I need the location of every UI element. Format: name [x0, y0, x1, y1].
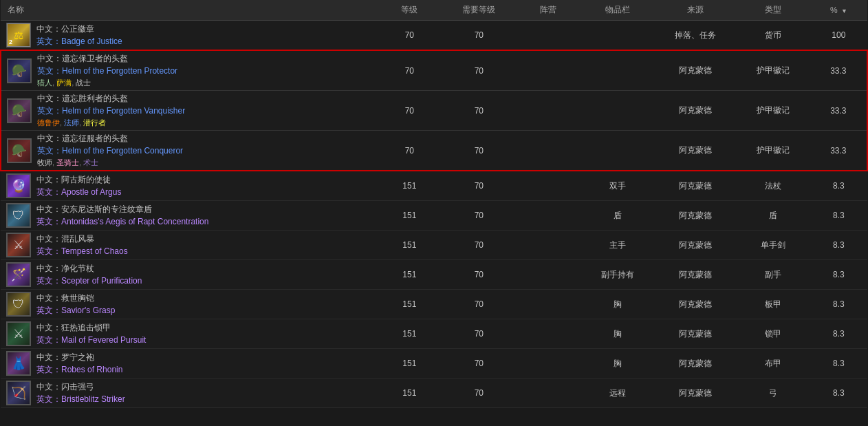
item-icon: 🪖 — [7, 138, 32, 163]
item-req-level: 70 — [442, 21, 516, 51]
item-faction — [516, 231, 581, 260]
item-pct: 8.3 — [810, 319, 867, 349]
table-row[interactable]: 🏹 中文：闪击强弓 英文：Bristleblitz Striker 151 70… — [1, 379, 867, 408]
table-row[interactable]: 🪖 中文：遗忘胜利者的头盔 英文：Helm of the Forgotten V… — [1, 91, 867, 131]
item-faction — [516, 131, 581, 171]
col-source[interactable]: 来源 — [655, 0, 737, 21]
col-level-label: 等级 — [401, 5, 417, 14]
item-type: 副手 — [737, 260, 810, 290]
item-icon: ⚔ — [6, 233, 31, 257]
item-source: 阿克蒙德 — [655, 290, 737, 319]
item-faction — [516, 91, 581, 131]
col-req-level-label: 需要等级 — [462, 5, 495, 14]
item-en: 英文：Savior's Grasp — [36, 305, 115, 317]
item-source: 阿克蒙德 — [655, 131, 737, 171]
item-source: 阿克蒙德 — [655, 379, 737, 408]
item-cell: 🪖 中文：遗忘征服者的头盔 英文：Helm of the Forgotten C… — [7, 133, 371, 168]
item-level: 151 — [377, 290, 442, 319]
col-type[interactable]: 类型 — [737, 0, 810, 21]
col-name[interactable]: 名称 — [1, 0, 377, 21]
table-row[interactable]: 🪖 中文：遗忘保卫者的头盔 英文：Helm of the Forgotten P… — [1, 50, 867, 91]
item-icon: ⚔ — [6, 321, 31, 346]
item-slot: 胸 — [581, 349, 655, 379]
item-type: 弓 — [737, 379, 810, 408]
item-level: 70 — [377, 91, 442, 131]
item-slot: 副手持有 — [581, 260, 655, 290]
item-level: 151 — [377, 349, 442, 379]
item-text: 中文：遗忘征服者的头盔 英文：Helm of the Forgotten Con… — [37, 133, 183, 168]
table-row[interactable]: 🛡 中文：救世胸铠 英文：Savior's Grasp 151 70 胸 阿克蒙… — [1, 290, 867, 319]
table-row[interactable]: 🔮 中文：阿古斯的使徒 英文：Apostle of Argus 151 70 双… — [1, 171, 867, 201]
table-row[interactable]: ⚔ 中文：混乱风暴 英文：Tempest of Chaos 151 70 主手 … — [1, 231, 867, 260]
item-faction — [516, 171, 581, 201]
item-cn: 中文：狂热追击锁甲 — [36, 322, 146, 334]
col-req-level[interactable]: 需要等级 — [442, 0, 516, 21]
item-source: 掉落、任务 — [655, 21, 737, 51]
table-row[interactable]: ⚔ 中文：狂热追击锁甲 英文：Mail of Fevered Pursuit 1… — [1, 319, 867, 349]
item-pct: 33.3 — [810, 131, 867, 171]
table-row[interactable]: ⚖ 2 中文：公正徽章 英文：Badge of Justice 70 70 掉落… — [1, 21, 867, 51]
item-cell: ⚔ 中文：混乱风暴 英文：Tempest of Chaos — [6, 233, 371, 257]
item-icon: 🪄 — [6, 262, 31, 287]
item-source: 阿克蒙德 — [655, 260, 737, 290]
item-req-level: 70 — [442, 131, 516, 171]
item-slot: 主手 — [581, 231, 655, 260]
item-cell: 🛡 中文：救世胸铠 英文：Savior's Grasp — [6, 292, 371, 317]
item-req-level: 70 — [442, 201, 516, 231]
item-cn: 中文：阿古斯的使徒 — [36, 174, 121, 186]
item-pct: 8.3 — [810, 260, 867, 290]
item-type: 盾 — [737, 201, 810, 231]
items-table: 名称 等级 需要等级 阵营 物品栏 来源 类型 — [0, 0, 868, 408]
item-faction — [516, 50, 581, 91]
item-pct: 8.3 — [810, 171, 867, 201]
item-slot: 胸 — [581, 290, 655, 319]
item-pct: 100 — [810, 21, 867, 51]
item-slot — [581, 50, 655, 91]
col-level[interactable]: 等级 — [377, 0, 442, 21]
col-slot[interactable]: 物品栏 — [581, 0, 655, 21]
item-pct: 8.3 — [810, 290, 867, 319]
item-slot: 胸 — [581, 319, 655, 349]
item-faction — [516, 379, 581, 408]
item-level: 70 — [377, 131, 442, 171]
main-table-container: 名称 等级 需要等级 阵营 物品栏 来源 类型 — [0, 0, 868, 408]
col-faction-label: 阵营 — [540, 5, 556, 14]
item-cell: 👗 中文：罗宁之袍 英文：Robes of Rhonin — [6, 351, 371, 376]
item-source: 阿克蒙德 — [655, 349, 737, 379]
item-cell: 🪖 中文：遗忘胜利者的头盔 英文：Helm of the Forgotten V… — [7, 93, 371, 128]
item-req-level: 70 — [442, 260, 516, 290]
item-text: 中文：遗忘胜利者的头盔 英文：Helm of the Forgotten Van… — [37, 93, 185, 128]
item-type: 护甲徽记 — [737, 131, 810, 171]
table-row[interactable]: 👗 中文：罗宁之袍 英文：Robes of Rhonin 151 70 胸 阿克… — [1, 349, 867, 379]
item-en: 英文：Badge of Justice — [36, 36, 122, 47]
item-text: 中文：闪击强弓 英文：Bristleblitz Striker — [36, 381, 125, 405]
item-req-level: 70 — [442, 290, 516, 319]
col-type-label: 类型 — [765, 5, 781, 14]
item-faction — [516, 319, 581, 349]
col-pct[interactable]: % ▼ — [810, 0, 867, 21]
table-row[interactable]: 🪄 中文：净化节杖 英文：Scepter of Purification 151… — [1, 260, 867, 290]
item-req-level: 70 — [442, 231, 516, 260]
item-source: 阿克蒙德 — [655, 171, 737, 201]
item-cell: 🪄 中文：净化节杖 英文：Scepter of Purification — [6, 262, 371, 287]
item-cn: 中文：闪击强弓 — [36, 381, 125, 393]
item-type: 板甲 — [737, 290, 810, 319]
item-source: 阿克蒙德 — [655, 91, 737, 131]
col-faction[interactable]: 阵营 — [516, 0, 581, 21]
item-text: 中文：狂热追击锁甲 英文：Mail of Fevered Pursuit — [36, 322, 146, 346]
item-icon: 🪖 — [7, 58, 32, 83]
item-icon: 🛡 — [6, 292, 31, 317]
col-pct-label: % — [830, 6, 838, 15]
item-faction — [516, 349, 581, 379]
item-en: 英文：Apostle of Argus — [36, 187, 121, 198]
item-type: 护甲徽记 — [737, 91, 810, 131]
table-row[interactable]: 🛡 中文：安东尼达斯的专注纹章盾 英文：Antonidas's Aegis of… — [1, 201, 867, 231]
item-cell: ⚔ 中文：狂热追击锁甲 英文：Mail of Fevered Pursuit — [6, 321, 371, 346]
item-cn: 中文：遗忘征服者的头盔 — [37, 133, 183, 145]
item-cn: 中文：混乱风暴 — [36, 233, 128, 245]
item-cn: 中文：遗忘胜利者的头盔 — [37, 93, 185, 105]
item-faction — [516, 260, 581, 290]
item-cn: 中文：救世胸铠 — [36, 292, 115, 304]
table-row[interactable]: 🪖 中文：遗忘征服者的头盔 英文：Helm of the Forgotten C… — [1, 131, 867, 171]
item-req-level: 70 — [442, 379, 516, 408]
